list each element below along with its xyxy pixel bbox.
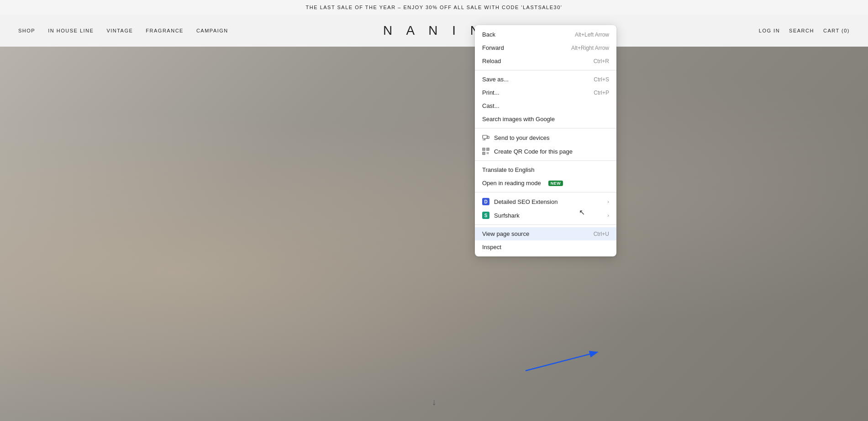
menu-item-back[interactable]: Back Alt+Left Arrow (475, 28, 616, 41)
svg-rect-11 (484, 153, 484, 154)
menu-item-reading-mode[interactable]: Open in reading mode NEW (475, 176, 616, 190)
menu-print-label: Print... (482, 89, 500, 96)
seo-submenu-arrow: › (607, 199, 609, 204)
menu-item-view-source[interactable]: View page source Ctrl+U (475, 227, 616, 240)
divider-2 (475, 128, 616, 128)
menu-item-cast[interactable]: Cast... (475, 99, 616, 112)
menu-item-surfshark[interactable]: S Surfshark › (475, 208, 616, 222)
divider-4 (475, 192, 616, 192)
nav-left: SHOP IN HOUSE LINE VINTAGE FRAGRANCE CAM… (18, 28, 228, 33)
menu-back-label: Back (482, 31, 495, 38)
menu-item-seo-extension[interactable]: D Detailed SEO Extension › (475, 195, 616, 208)
nav-campaign[interactable]: CAMPAIGN (196, 28, 228, 33)
nav-fragrance[interactable]: FRAGRANCE (146, 28, 184, 33)
context-menu: Back Alt+Left Arrow Forward Alt+Right Ar… (475, 25, 616, 256)
surfshark-submenu-arrow: › (607, 213, 609, 218)
svg-rect-3 (487, 136, 489, 139)
menu-seo-extension-label: Detailed SEO Extension (494, 198, 558, 205)
svg-rect-2 (483, 135, 487, 139)
menu-item-print[interactable]: Print... Ctrl+P (475, 86, 616, 99)
nav-vintage[interactable]: VINTAGE (106, 28, 133, 33)
annotation-arrow (521, 348, 603, 375)
scroll-down-arrow[interactable]: ↓ (432, 397, 437, 407)
svg-rect-7 (484, 149, 484, 150)
nav-cart[interactable]: CART (0) (823, 28, 850, 33)
announcement-text: THE LAST SALE OF THE YEAR – ENJOY 30% OF… (306, 5, 563, 10)
nav-in-house-line[interactable]: IN HOUSE LINE (48, 28, 94, 33)
menu-send-devices-label: Send to your devices (494, 134, 549, 141)
menu-item-inspect[interactable]: Inspect (475, 240, 616, 254)
menu-translate-label: Translate to English (482, 166, 534, 173)
menu-reload-label: Reload (482, 58, 501, 64)
hero-overlay (0, 47, 868, 421)
svg-rect-13 (488, 152, 489, 153)
seo-extension-icon: D (482, 198, 489, 205)
nav-login[interactable]: LOG IN (759, 28, 780, 33)
menu-view-source-label: View page source (482, 230, 529, 237)
announcement-bar: THE LAST SALE OF THE YEAR – ENJOY 30% OF… (0, 0, 868, 15)
menu-item-translate[interactable]: Translate to English (475, 163, 616, 176)
menu-cast-label: Cast... (482, 102, 500, 109)
brand-logo[interactable]: N A N I N (383, 23, 485, 38)
divider-5 (475, 224, 616, 225)
surfshark-icon: S (482, 212, 489, 219)
new-badge: NEW (548, 181, 563, 186)
svg-rect-12 (487, 152, 488, 153)
menu-search-images-label: Search images with Google (482, 116, 555, 123)
main-nav: SHOP IN HOUSE LINE VINTAGE FRAGRANCE CAM… (0, 15, 868, 47)
menu-forward-label: Forward (482, 44, 504, 51)
menu-back-shortcut: Alt+Left Arrow (575, 32, 609, 38)
menu-save-as-label: Save as... (482, 76, 509, 83)
hero-section (0, 47, 868, 421)
svg-line-1 (526, 352, 596, 371)
device-icon (482, 134, 489, 141)
svg-rect-9 (488, 149, 489, 150)
menu-forward-shortcut: Alt+Right Arrow (571, 45, 609, 51)
qr-icon (482, 148, 489, 155)
menu-reading-mode-label: Open in reading mode (482, 180, 541, 187)
nav-right: LOG IN SEARCH CART (0) (759, 28, 850, 33)
menu-item-create-qr[interactable]: Create QR Code for this page (475, 144, 616, 158)
menu-item-send-devices[interactable]: Send to your devices (475, 131, 616, 144)
divider-1 (475, 70, 616, 70)
menu-item-reload[interactable]: Reload Ctrl+R (475, 54, 616, 68)
svg-rect-15 (488, 154, 489, 155)
menu-item-save-as[interactable]: Save as... Ctrl+S (475, 73, 616, 86)
nav-search[interactable]: SEARCH (789, 28, 814, 33)
menu-inspect-label: Inspect (482, 244, 501, 250)
divider-3 (475, 160, 616, 161)
menu-print-shortcut: Ctrl+P (594, 90, 609, 96)
svg-rect-14 (487, 154, 488, 155)
menu-surfshark-label: Surfshark (494, 212, 520, 219)
menu-create-qr-label: Create QR Code for this page (494, 148, 573, 155)
menu-item-search-images[interactable]: Search images with Google (475, 112, 616, 126)
menu-view-source-shortcut: Ctrl+U (594, 231, 609, 237)
menu-save-as-shortcut: Ctrl+S (594, 76, 609, 83)
menu-reload-shortcut: Ctrl+R (594, 58, 609, 64)
nav-shop[interactable]: SHOP (18, 28, 35, 33)
menu-item-forward[interactable]: Forward Alt+Right Arrow (475, 41, 616, 54)
